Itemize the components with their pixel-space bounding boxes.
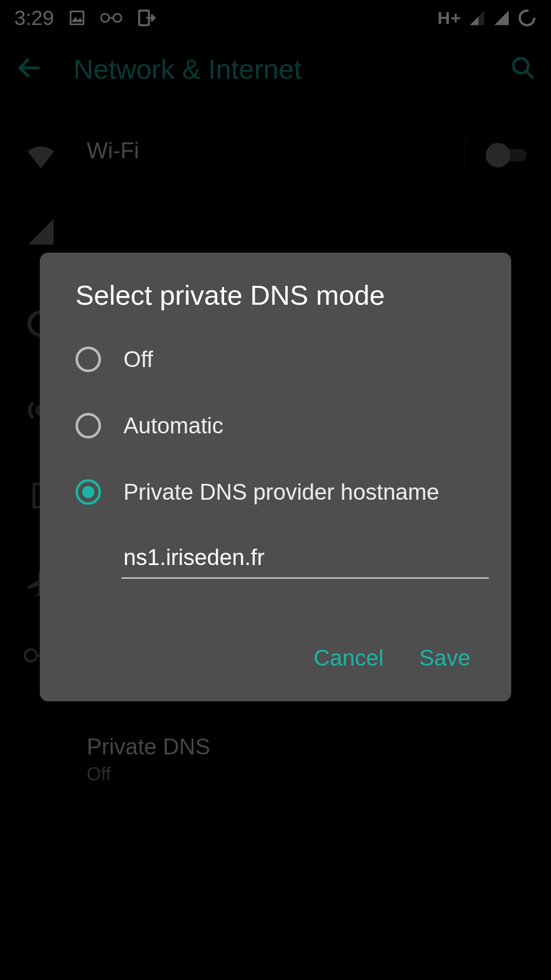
radio-label-off: Off xyxy=(123,347,153,372)
radio-icon[interactable] xyxy=(76,347,101,372)
private-dns-dialog: Select private DNS mode Off Automatic Pr… xyxy=(40,253,511,701)
cancel-button[interactable]: Cancel xyxy=(314,645,384,671)
radio-icon[interactable] xyxy=(76,413,101,438)
radio-label-hostname: Private DNS provider hostname xyxy=(123,479,439,505)
radio-option-automatic[interactable]: Automatic xyxy=(40,393,511,459)
radio-option-hostname[interactable]: Private DNS provider hostname xyxy=(40,459,511,525)
radio-icon-checked[interactable] xyxy=(76,479,101,505)
hostname-input[interactable] xyxy=(121,535,489,579)
dialog-actions: Cancel Save xyxy=(40,584,511,686)
save-button[interactable]: Save xyxy=(419,645,470,671)
radio-option-off[interactable]: Off xyxy=(40,326,511,393)
dialog-title: Select private DNS mode xyxy=(40,279,511,326)
radio-label-automatic: Automatic xyxy=(123,413,223,438)
